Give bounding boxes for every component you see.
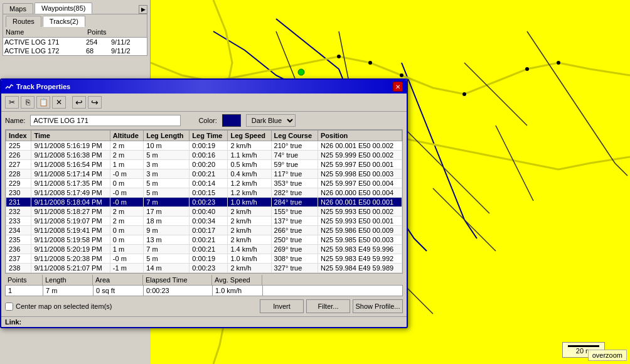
color-select[interactable]: Dark Blue Blue Red Green Black <box>246 114 296 127</box>
filter-button[interactable]: Filter... <box>306 299 350 313</box>
stat-elapsed: 0:00:23 <box>144 286 213 296</box>
tab-waypoints[interactable]: Waypoints(85) <box>35 3 93 14</box>
col-leg-length[interactable]: Leg Length <box>144 131 190 141</box>
table-row[interactable]: 2399/11/2008 5:21:20 PM-1 m16 m0:00:203 … <box>6 273 402 274</box>
col-name: Name <box>4 28 86 36</box>
svg-point-1 <box>368 61 372 65</box>
show-profile-button[interactable]: Show Profile... <box>353 299 403 313</box>
track-data-table-container[interactable]: Index Time Altitude Leg Length Leg Time … <box>5 129 403 274</box>
overzoom-label: overzoom <box>588 350 627 361</box>
table-row[interactable]: 2389/11/2008 5:21:07 PM-1 m14 m0:00:232 … <box>6 264 402 273</box>
action-buttons: Invert Filter... Show Profile... <box>260 299 403 313</box>
table-row[interactable]: 2379/11/2008 5:20:38 PM-0 m5 m0:00:191.0… <box>6 254 402 264</box>
name-row: Name: Color: Dark Blue Blue Red Green Bl… <box>1 112 407 129</box>
redo-button[interactable]: ↪ <box>88 96 102 109</box>
track-row-1[interactable]: ACTIVE LOG 171 254 9/11/2 <box>3 38 147 46</box>
col-points: Points <box>86 28 111 36</box>
cut-button[interactable]: ✂ <box>5 96 19 109</box>
stat-header-avgspd: Avg. Speed <box>212 275 262 285</box>
col-altitude[interactable]: Altitude <box>110 131 143 141</box>
track-properties-dialog: Track Properties ✕ ✂ ⎘ 📋 ✕ ↩ ↪ Name: Col… <box>0 78 408 328</box>
table-row[interactable]: 2339/11/2008 5:19:07 PM2 m18 m0:00:342 k… <box>6 217 402 226</box>
close-button[interactable]: ✕ <box>393 82 403 92</box>
col-time[interactable]: Time <box>31 131 110 141</box>
track-row-2[interactable]: ACTIVE LOG 172 68 9/11/2 <box>3 46 147 55</box>
toolbar: ✂ ⎘ 📋 ✕ ↩ ↪ <box>1 94 407 112</box>
dialog-title: Track Properties <box>5 82 70 91</box>
svg-point-2 <box>400 73 403 77</box>
bottom-row: Center map on selected item(s) Invert Fi… <box>1 297 407 315</box>
tabs-row2: Routes Tracks(2) <box>3 14 147 27</box>
left-panel: Maps Waypoints(85) ▶ Routes Tracks(2) Na… <box>0 0 151 82</box>
scroll-right-btn[interactable]: ▶ <box>139 5 147 14</box>
col-index[interactable]: Index <box>6 131 31 141</box>
color-label: Color: <box>198 117 216 124</box>
link-bar: Link: <box>1 316 407 327</box>
undo-button[interactable]: ↩ <box>72 96 86 109</box>
col-leg-time[interactable]: Leg Time <box>190 131 228 141</box>
table-row[interactable]: 2299/11/2008 5:17:35 PM0 m5 m0:00:141.2 … <box>6 179 402 188</box>
stats-values-row: 1 7 m 0 sq ft 0:00:23 1.0 km/h <box>5 285 403 296</box>
col-leg-course[interactable]: Leg Course <box>271 131 318 141</box>
name-label: Name: <box>5 117 25 124</box>
table-row[interactable]: 2349/11/2008 5:19:41 PM0 m9 m0:00:172 km… <box>6 226 402 235</box>
tabs-row1: Maps Waypoints(85) ▶ <box>0 0 150 14</box>
table-row[interactable]: 2319/11/2008 5:18:04 PM-0 m7 m0:00:231.0… <box>6 198 402 207</box>
tab-maps[interactable]: Maps <box>3 3 33 14</box>
table-row[interactable]: 2259/11/2008 5:16:19 PM2 m10 m0:00:192 k… <box>6 141 402 151</box>
copy-button[interactable]: ⎘ <box>21 96 35 109</box>
col-date <box>111 28 142 36</box>
svg-rect-10 <box>5 82 14 91</box>
tab-routes[interactable]: Routes <box>6 16 41 27</box>
svg-point-6 <box>462 92 466 96</box>
table-row[interactable]: 2269/11/2008 5:16:38 PM2 m5 m0:00:161.1 … <box>6 151 402 160</box>
stat-header-points: Points <box>5 275 43 285</box>
stat-length: 7 m <box>43 286 93 296</box>
svg-point-7 <box>525 67 529 71</box>
col-position[interactable]: Position <box>318 131 402 141</box>
name-input[interactable] <box>30 115 181 126</box>
track-data-table: Index Time Altitude Leg Length Leg Time … <box>6 130 402 274</box>
table-row[interactable]: 2329/11/2008 5:18:27 PM2 m17 m0:00:402 k… <box>6 207 402 217</box>
svg-point-8 <box>557 61 560 65</box>
track-icon <box>5 82 14 91</box>
stat-header-length: Length <box>43 275 93 285</box>
stat-header-area: Area <box>93 275 143 285</box>
delete-button[interactable]: ✕ <box>52 96 66 109</box>
tab-tracks[interactable]: Tracks(2) <box>43 16 85 27</box>
stat-points: 1 <box>6 286 43 296</box>
stat-avgspd: 1.0 km/h <box>213 286 263 296</box>
stats-header: Points Length Area Elapsed Time Avg. Spe… <box>5 275 403 285</box>
svg-point-0 <box>337 55 341 58</box>
center-map-label: Center map on selected item(s) <box>16 302 112 310</box>
stat-header-elapsed: Elapsed Time <box>143 275 212 285</box>
link-label: Link: <box>5 318 21 326</box>
center-map-row: Center map on selected item(s) <box>5 302 112 311</box>
table-row[interactable]: 2279/11/2008 5:16:54 PM1 m3 m0:00:200.5 … <box>6 160 402 169</box>
table-row[interactable]: 2359/11/2008 5:19:58 PM0 m13 m0:00:212 k… <box>6 235 402 245</box>
table-row[interactable]: 2369/11/2008 5:20:19 PM1 m7 m0:00:211.4 … <box>6 245 402 254</box>
dialog-titlebar: Track Properties ✕ <box>1 80 407 94</box>
col-leg-speed[interactable]: Leg Speed <box>228 131 271 141</box>
stat-area: 0 sq ft <box>93 286 144 296</box>
svg-point-9 <box>298 69 304 75</box>
paste-button[interactable]: 📋 <box>36 96 50 109</box>
table-row[interactable]: 2309/11/2008 5:17:49 PM-0 m5 m0:00:151.2… <box>6 188 402 198</box>
table-row[interactable]: 2289/11/2008 5:17:14 PM-0 m3 m0:00:210.4… <box>6 169 402 179</box>
center-map-checkbox[interactable] <box>5 302 13 311</box>
color-swatch <box>222 114 241 127</box>
invert-button[interactable]: Invert <box>260 299 304 313</box>
